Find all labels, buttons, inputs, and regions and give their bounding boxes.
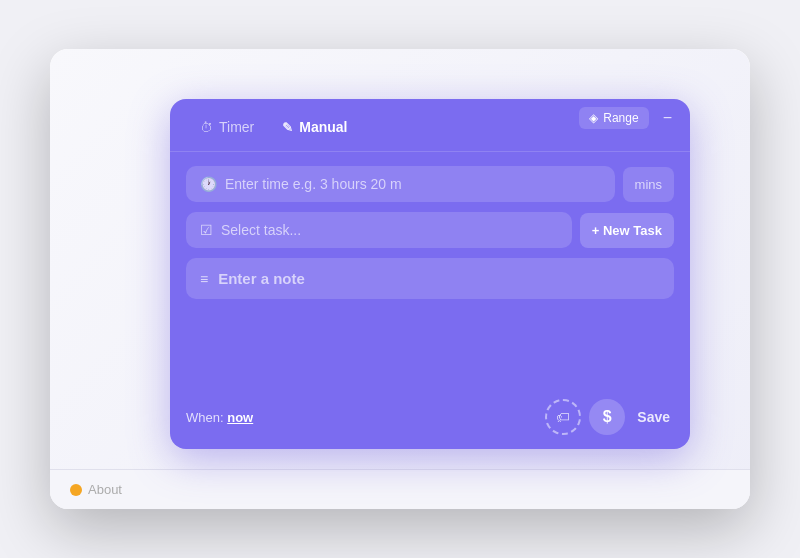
range-button[interactable]: ◈ Range: [579, 107, 648, 129]
new-task-button[interactable]: + New Task: [580, 213, 674, 248]
timer-icon: ⏱: [200, 120, 213, 135]
when-value[interactable]: now: [227, 410, 253, 425]
task-row: ☑ Select task... + New Task: [186, 212, 674, 248]
note-field[interactable]: ≡ Enter a note: [186, 258, 674, 299]
clock-icon: 🕐: [200, 176, 217, 192]
bottom-row: When: now 🏷 $ Save: [170, 391, 690, 449]
time-input-row: 🕐 Enter time e.g. 3 hours 20 m mins: [186, 166, 674, 202]
note-placeholder: Enter a note: [218, 270, 305, 287]
screen-wrapper: About ◈ Range − ⏱ Timer ✎ Manual: [50, 49, 750, 509]
manual-tab-label: Manual: [299, 119, 347, 135]
save-label: Save: [637, 409, 670, 425]
task-input-field[interactable]: ☑ Select task...: [186, 212, 572, 248]
modal-top-controls: ◈ Range −: [579, 107, 678, 129]
about-label: About: [88, 482, 122, 497]
when-label: When: now: [186, 410, 253, 425]
tag-icon: 🏷: [556, 409, 570, 425]
range-icon: ◈: [589, 111, 598, 125]
task-placeholder: Select task...: [221, 222, 301, 238]
tag-button[interactable]: 🏷: [545, 399, 581, 435]
dollar-icon: $: [603, 408, 612, 426]
form-area: 🕐 Enter time e.g. 3 hours 20 m mins ☑ Se…: [170, 152, 690, 391]
about-dot: [70, 484, 82, 496]
when-prefix: When:: [186, 410, 224, 425]
mins-label: mins: [623, 167, 674, 202]
bottom-right-actions: 🏷 $ Save: [545, 399, 674, 435]
new-task-label: + New Task: [592, 223, 662, 238]
range-label: Range: [603, 111, 638, 125]
bg-bottom-bar: About: [50, 469, 750, 509]
tab-timer[interactable]: ⏱ Timer: [186, 113, 268, 141]
save-button[interactable]: Save: [633, 403, 674, 431]
time-input-field[interactable]: 🕐 Enter time e.g. 3 hours 20 m: [186, 166, 615, 202]
minimize-button[interactable]: −: [657, 108, 678, 128]
tab-manual[interactable]: ✎ Manual: [268, 113, 361, 141]
minimize-icon: −: [663, 109, 672, 126]
manual-icon: ✎: [282, 120, 293, 135]
billing-button[interactable]: $: [589, 399, 625, 435]
time-placeholder: Enter time e.g. 3 hours 20 m: [225, 176, 402, 192]
task-icon: ☑: [200, 222, 213, 238]
modal-panel: ◈ Range − ⏱ Timer ✎ Manual 🕐: [170, 99, 690, 449]
timer-tab-label: Timer: [219, 119, 254, 135]
note-icon: ≡: [200, 271, 208, 287]
